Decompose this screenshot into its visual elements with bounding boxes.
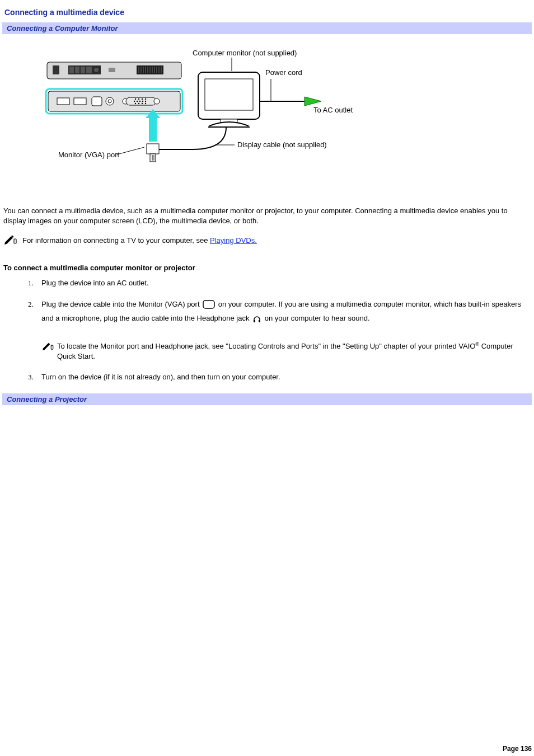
diagram-label-display-cable: Display cable (not supplied) bbox=[237, 140, 327, 149]
diagram-label-power-cord: Power cord bbox=[265, 68, 302, 77]
note-text: For information on connecting a TV to yo… bbox=[22, 236, 257, 246]
note-icon bbox=[41, 341, 54, 350]
page-title: Connecting a multimedia device bbox=[2, 4, 532, 22]
svg-rect-54 bbox=[149, 118, 157, 142]
sub-heading-connect: To connect a multimedia computer monitor… bbox=[2, 251, 532, 278]
svg-marker-49 bbox=[305, 97, 321, 106]
svg-rect-25 bbox=[92, 97, 102, 106]
svg-point-31 bbox=[139, 101, 140, 102]
page-number: Page 136 bbox=[503, 745, 532, 753]
svg-rect-51 bbox=[150, 154, 156, 162]
svg-rect-60 bbox=[203, 300, 214, 308]
svg-rect-61 bbox=[254, 320, 255, 322]
note-tv: For information on connecting a TV to yo… bbox=[2, 228, 532, 251]
svg-rect-44 bbox=[205, 79, 253, 110]
headphone-icon bbox=[252, 314, 261, 326]
svg-point-38 bbox=[135, 103, 136, 104]
svg-point-30 bbox=[137, 101, 138, 102]
svg-point-26 bbox=[106, 97, 114, 105]
svg-rect-23 bbox=[57, 98, 69, 105]
svg-rect-50 bbox=[147, 144, 159, 154]
svg-point-29 bbox=[134, 101, 135, 102]
svg-point-40 bbox=[142, 103, 143, 104]
svg-rect-4 bbox=[75, 67, 79, 73]
diagram-label-ac: To AC outlet bbox=[313, 106, 353, 114]
svg-point-39 bbox=[138, 103, 139, 104]
note-icon bbox=[3, 234, 17, 245]
svg-point-7 bbox=[94, 68, 99, 72]
svg-rect-24 bbox=[74, 98, 86, 105]
section-header-monitor: Connecting a Computer Monitor bbox=[2, 22, 532, 34]
svg-rect-59 bbox=[14, 239, 16, 243]
step-1: Plug the device into an AC outlet. bbox=[3, 278, 531, 299]
svg-rect-5 bbox=[81, 67, 85, 73]
svg-rect-3 bbox=[69, 67, 74, 73]
vga-icon bbox=[203, 300, 215, 312]
step-2-note: To locate the Monitor port and Headphone… bbox=[41, 341, 531, 362]
svg-point-42 bbox=[154, 98, 160, 104]
svg-rect-63 bbox=[51, 345, 53, 349]
svg-point-37 bbox=[145, 98, 146, 100]
link-playing-dvds[interactable]: Playing DVDs. bbox=[210, 236, 257, 245]
svg-point-32 bbox=[142, 101, 143, 102]
steps-list: Plug the device into an AC outlet. Plug … bbox=[2, 278, 532, 393]
intro-paragraph: You can connect a multimedia device, suc… bbox=[2, 204, 532, 228]
step-2: Plug the device cable into the Monitor (… bbox=[3, 299, 531, 372]
connection-diagram: Computer monitor (not supplied) Power co… bbox=[25, 45, 372, 192]
diagram-label-vga: Monitor (VGA) port bbox=[58, 151, 119, 159]
svg-line-58 bbox=[117, 147, 144, 154]
svg-rect-6 bbox=[86, 67, 92, 73]
svg-point-35 bbox=[138, 98, 139, 100]
svg-rect-8 bbox=[109, 68, 115, 72]
step-3: Turn on the device (if it is not already… bbox=[3, 372, 531, 393]
svg-rect-62 bbox=[259, 320, 260, 322]
section-header-projector: Connecting a Projector bbox=[2, 393, 532, 405]
diagram-label-monitor: Computer monitor (not supplied) bbox=[193, 49, 297, 57]
svg-rect-1 bbox=[53, 65, 59, 74]
svg-point-33 bbox=[145, 101, 146, 102]
svg-point-34 bbox=[135, 98, 136, 100]
svg-point-36 bbox=[142, 98, 143, 100]
svg-point-41 bbox=[145, 103, 146, 104]
